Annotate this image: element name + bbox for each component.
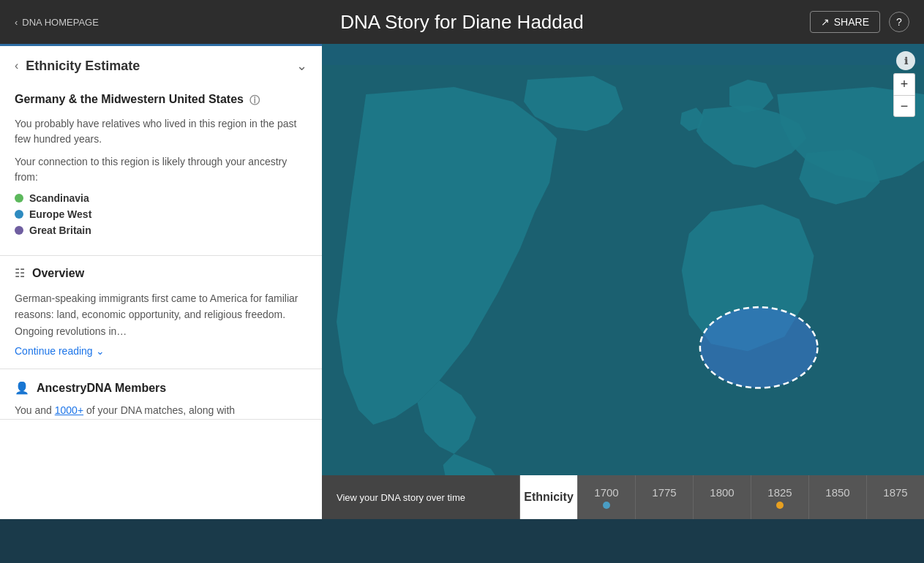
zoom-in-button[interactable]: + <box>893 73 915 95</box>
region-title: Germany & the Midwestern United States ⓘ <box>15 93 307 107</box>
timeline-year-1700: 1700 <box>594 486 618 499</box>
timeline-item-1800[interactable]: 1800 <box>693 475 751 519</box>
svg-point-1 <box>700 307 818 388</box>
timeline-label-text: View your DNA story over time <box>337 492 465 503</box>
ancestry-item-great-britain: Great Britain <box>15 224 307 236</box>
page-title: DNA Story for Diane Haddad <box>340 11 583 34</box>
overview-icon: ☷ <box>15 266 25 280</box>
timeline-dot-1825 <box>776 502 784 509</box>
overview-content: German-speaking immigrants first came to… <box>0 290 322 369</box>
main-content: ‹ Ethnicity Estimate ⌄ Germany & the Mid… <box>0 44 924 519</box>
sidebar: ‹ Ethnicity Estimate ⌄ Germany & the Mid… <box>0 44 322 519</box>
members-title: AncestryDNA Members <box>37 382 166 395</box>
timeline-year-1775: 1775 <box>652 486 676 499</box>
members-panel: 👤 AncestryDNA Members You and 1000+ of y… <box>0 369 322 419</box>
members-text-before: You and <box>15 404 55 416</box>
timeline-dot-1800 <box>718 502 726 509</box>
timeline-year-1875: 1875 <box>883 486 907 499</box>
region-title-text: Germany & the Midwestern United States <box>15 93 244 106</box>
timeline-year-1800: 1800 <box>710 486 734 499</box>
panel-back-icon[interactable]: ‹ <box>15 59 18 72</box>
members-text: You and 1000+ of your DNA matches, along… <box>15 402 307 418</box>
share-label: SHARE <box>834 16 869 28</box>
header-actions: ↗ SHARE ? <box>810 11 909 33</box>
zoom-controls: + − <box>893 73 915 117</box>
help-button[interactable]: ? <box>889 12 909 32</box>
zoom-out-button[interactable]: − <box>893 95 915 117</box>
timeline-year-1825: 1825 <box>767 486 792 499</box>
ethnicity-panel: ‹ Ethnicity Estimate ⌄ Germany & the Mid… <box>0 44 322 256</box>
ethnicity-panel-header[interactable]: ‹ Ethnicity Estimate ⌄ <box>0 46 322 86</box>
map-svg <box>322 44 924 519</box>
timeline-bar: View your DNA story over time Ethnicity … <box>322 475 924 519</box>
timeline-item-1875[interactable]: 1875 <box>866 475 924 519</box>
europe-west-dot <box>15 210 23 219</box>
back-chevron: ‹ <box>15 17 18 28</box>
continue-label: Continue reading <box>15 345 93 357</box>
ancestry-item-scandinavia: Scandinavia <box>15 192 307 204</box>
timeline-ethnicity-tab[interactable]: Ethnicity <box>519 475 577 519</box>
timeline-item-1775[interactable]: 1775 <box>635 475 693 519</box>
map-info-icon: ℹ <box>904 56 908 67</box>
scandinavia-dot <box>15 194 23 203</box>
map-container: ℹ + − View your DNA story over time Ethn… <box>322 44 924 519</box>
region-desc1: You probably have relatives who lived in… <box>15 116 307 147</box>
panel-header-left: ‹ Ethnicity Estimate <box>15 58 140 74</box>
members-text-after: of your DNA matches, along with <box>83 404 235 416</box>
members-header: 👤 AncestryDNA Members <box>0 369 322 402</box>
overview-title: Overview <box>32 267 84 280</box>
region-desc2: Your connection to this region is likely… <box>15 154 307 185</box>
timeline-dot-1775 <box>661 502 668 509</box>
timeline-ethnicity-label: Ethnicity <box>524 491 574 504</box>
help-label: ? <box>896 16 902 28</box>
map-info-button[interactable]: ℹ <box>896 51 915 70</box>
timeline-dot-1875 <box>892 502 899 509</box>
great-britain-label: Great Britain <box>29 224 91 236</box>
timeline-label: View your DNA story over time <box>322 475 519 519</box>
members-icon: 👤 <box>15 381 29 395</box>
timeline-dot-1700 <box>603 502 610 509</box>
members-count-link[interactable]: 1000+ <box>55 404 83 416</box>
scandinavia-label: Scandinavia <box>29 192 89 204</box>
back-label[interactable]: DNA HOMEPAGE <box>22 17 99 28</box>
share-icon: ↗ <box>821 16 830 28</box>
ethnicity-panel-content: Germany & the Midwestern United States ⓘ… <box>0 86 322 255</box>
region-info-icon[interactable]: ⓘ <box>249 94 260 107</box>
members-content: You and 1000+ of your DNA matches, along… <box>0 402 322 418</box>
timeline-dot-1850 <box>834 502 841 509</box>
europe-west-label: Europe West <box>29 208 91 220</box>
overview-text: German-speaking immigrants first came to… <box>15 290 307 339</box>
timeline-year-1850: 1850 <box>825 486 849 499</box>
timeline-item-1700[interactable]: 1700 <box>577 475 635 519</box>
ancestry-list: Scandinavia Europe West Great Britain <box>15 192 307 236</box>
app-header: ‹ DNA HOMEPAGE DNA Story for Diane Hadda… <box>0 0 924 44</box>
share-button[interactable]: ↗ SHARE <box>810 11 880 33</box>
overview-panel: ☷ Overview German-speaking immigrants fi… <box>0 256 322 369</box>
back-nav[interactable]: ‹ DNA HOMEPAGE <box>15 17 99 28</box>
ethnicity-panel-title: Ethnicity Estimate <box>26 58 140 74</box>
great-britain-dot <box>15 226 23 235</box>
continue-chevron: ⌄ <box>96 345 105 357</box>
panel-toggle-icon[interactable]: ⌄ <box>296 58 307 74</box>
timeline-item-1825[interactable]: 1825 <box>751 475 808 519</box>
timeline-item-1850[interactable]: 1850 <box>808 475 866 519</box>
overview-header: ☷ Overview <box>0 256 322 290</box>
continue-reading-link[interactable]: Continue reading ⌄ <box>15 345 307 357</box>
ancestry-item-europe-west: Europe West <box>15 208 307 220</box>
